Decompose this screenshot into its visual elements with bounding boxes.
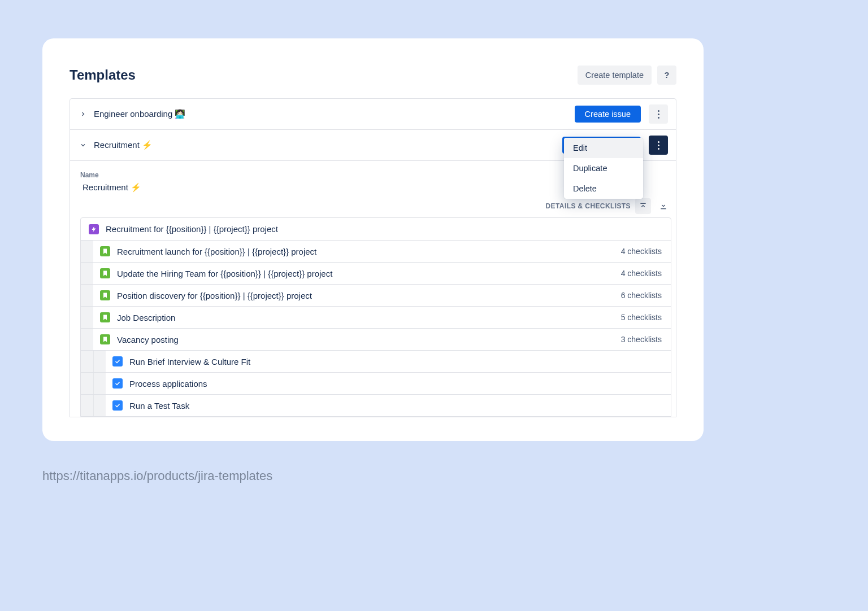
tree-row-task[interactable]: Process applications — [81, 372, 671, 394]
help-button[interactable]: ? — [657, 66, 676, 85]
menu-item-delete[interactable]: Delete — [564, 178, 643, 199]
template-row-left[interactable]: Recruitment ⚡ — [78, 140, 153, 150]
tree-title: Recruitment for {{position}} | {{project… — [106, 224, 278, 234]
chevron-down-icon — [78, 140, 88, 150]
checklist-count: 4 checklists — [621, 247, 662, 256]
context-menu: Edit Duplicate Delete — [564, 138, 643, 199]
checklist-count: 4 checklists — [621, 269, 662, 278]
task-icon — [112, 356, 123, 366]
story-icon — [100, 246, 110, 256]
tree-row-task[interactable]: Run Brief Interview & Culture Fit — [81, 350, 671, 372]
kebab-icon — [658, 141, 659, 150]
header-actions: Create template ? — [578, 66, 676, 85]
checklist-count: 6 checklists — [621, 291, 662, 300]
chevron-right-icon — [78, 109, 88, 119]
issue-tree: Recruitment for {{position}} | {{project… — [80, 217, 671, 417]
task-icon — [112, 400, 123, 411]
story-icon — [100, 334, 110, 344]
tree-row-epic[interactable]: Recruitment for {{position}} | {{project… — [81, 218, 671, 240]
tree-row-story[interactable]: Position discovery for {{position}} | {{… — [81, 284, 671, 306]
source-url-caption: https://titanapps.io/products/jira-templ… — [42, 469, 272, 483]
tree-title: Vacancy posting — [117, 335, 179, 344]
tree-row-task[interactable]: Run a Test Task — [81, 394, 671, 416]
tree-row-story[interactable]: Update the Hiring Team for {{position}} … — [81, 262, 671, 284]
tree-row-story[interactable]: Job Description 5 checklists — [81, 306, 671, 328]
tree-row-story[interactable]: Recruitment launch for {{position}} | {{… — [81, 240, 671, 262]
template-title: Engineer onboarding 👩🏻‍💻 — [94, 109, 185, 119]
create-issue-button[interactable]: Create issue — [575, 106, 641, 123]
template-row-left[interactable]: Engineer onboarding 👩🏻‍💻 — [78, 109, 185, 119]
details-checklists-label: DETAILS & CHECKLISTS — [546, 202, 631, 210]
tree-title: Process applications — [129, 379, 207, 389]
app-card: Templates Create template ? Engineer onb… — [42, 38, 704, 441]
template-row: Engineer onboarding 👩🏻‍💻 Create issue — [70, 99, 676, 130]
tree-title: Update the Hiring Team for {{position}} … — [117, 269, 332, 278]
collapse-all-button[interactable] — [635, 198, 651, 214]
epic-icon — [89, 224, 99, 234]
kebab-icon — [658, 110, 659, 119]
menu-item-edit[interactable]: Edit — [564, 138, 643, 158]
checklist-count: 3 checklists — [621, 335, 662, 344]
template-title: Recruitment ⚡ — [94, 140, 153, 150]
menu-item-duplicate[interactable]: Duplicate — [564, 158, 643, 178]
template-more-button[interactable] — [649, 104, 668, 124]
details-checklists-bar: DETAILS & CHECKLISTS — [78, 198, 676, 214]
tree-title: Position discovery for {{position}} | {{… — [117, 291, 312, 300]
task-icon — [112, 378, 123, 389]
template-row: Recruitment ⚡ Create issue Edit Duplicat… — [70, 130, 676, 161]
template-list: Engineer onboarding 👩🏻‍💻 Create issue Re… — [70, 98, 676, 417]
header: Templates Create template ? — [70, 66, 676, 85]
template-panel: Name Recruitment ⚡ DETAILS & CHECKLISTS — [70, 161, 676, 417]
template-more-button[interactable] — [649, 136, 668, 155]
tree-title: Recruitment launch for {{position}} | {{… — [117, 247, 316, 256]
tree-title: Run Brief Interview & Culture Fit — [129, 357, 250, 366]
expand-all-button[interactable] — [656, 198, 671, 214]
story-icon — [100, 290, 110, 300]
create-template-button[interactable]: Create template — [578, 66, 652, 85]
story-icon — [100, 312, 110, 322]
page-title: Templates — [70, 67, 136, 83]
tree-row-story[interactable]: Vacancy posting 3 checklists — [81, 328, 671, 350]
story-icon — [100, 268, 110, 278]
tree-title: Run a Test Task — [129, 401, 189, 411]
tree-title: Job Description — [117, 313, 175, 322]
checklist-count: 5 checklists — [621, 313, 662, 322]
